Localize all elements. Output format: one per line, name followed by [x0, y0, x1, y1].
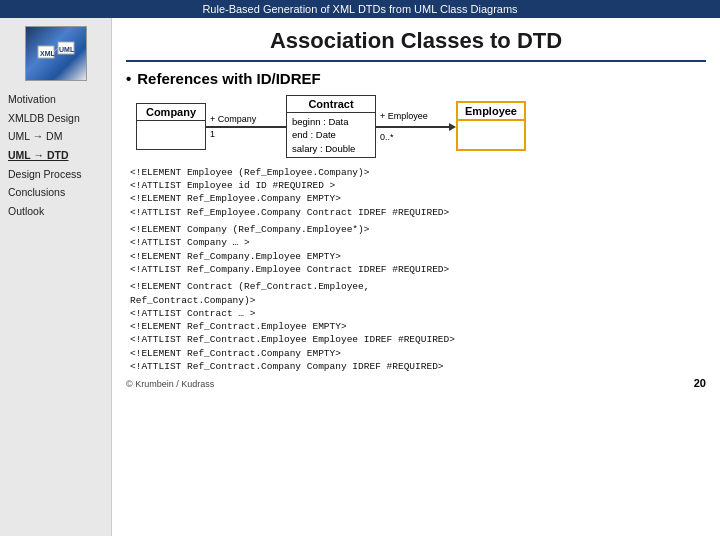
sidebar-item-xmldb[interactable]: XMLDB Design: [6, 110, 105, 127]
svg-text:XML: XML: [40, 50, 56, 57]
code-section-3: <!ELEMENT Contract (Ref_Contract.Employe…: [130, 280, 706, 373]
contract-field-3: salary : Double: [292, 142, 370, 155]
contract-field-1: beginn : Data: [292, 115, 370, 128]
conn2-line: [376, 123, 456, 131]
code-line-2-4: <!ATTLIST Ref_Company.Employee Contract …: [130, 263, 706, 276]
employee-box-body: [458, 121, 524, 149]
contract-box-header: Contract: [287, 96, 375, 113]
svg-text:UML: UML: [59, 46, 75, 53]
code-block: <!ELEMENT Employee (Ref_Employee.Company…: [130, 166, 706, 373]
code-line-2-2: <!ATTLIST Company … >: [130, 236, 706, 249]
code-line-1-3: <!ELEMENT Ref_Employee.Company EMPTY>: [130, 192, 706, 205]
sidebar-item-uml-dtd[interactable]: UML → DTD: [6, 147, 105, 164]
main-layout: XML UML Motivation XMLDB Design UML → DM…: [0, 18, 720, 536]
employee-box-header: Employee: [458, 103, 524, 121]
conn1-top-label: + Company: [210, 114, 256, 124]
section-heading: •References with ID/IDREF: [126, 70, 706, 87]
sidebar: XML UML Motivation XMLDB Design UML → DM…: [0, 18, 112, 536]
conn2-mult-label: 0..*: [380, 132, 394, 142]
code-line-3-1: <!ELEMENT Contract (Ref_Contract.Employe…: [130, 280, 706, 293]
top-bar-label: Rule-Based Generation of XML DTDs from U…: [202, 3, 517, 15]
conn2-arrow: [449, 123, 456, 131]
footer-credit: © Krumbein / Kudrass: [126, 379, 214, 389]
sidebar-item-motivation[interactable]: Motivation: [6, 91, 105, 108]
bullet-icon: •: [126, 70, 131, 87]
company-box-body: [137, 121, 205, 149]
code-line-3-2: Ref_Contract.Company)>: [130, 294, 706, 307]
code-line-3-4: <!ELEMENT Ref_Contract.Employee EMPTY>: [130, 320, 706, 333]
contract-box-body: beginn : Data end : Date salary : Double: [287, 113, 375, 157]
company-box: Company: [136, 103, 206, 150]
code-line-1-2: <!ATTLIST Employee id ID #REQUIRED >: [130, 179, 706, 192]
content-area: Association Classes to DTD •References w…: [112, 18, 720, 536]
conn1-bottom-label: 1: [210, 129, 215, 139]
footer-page-number: 20: [694, 377, 706, 389]
sidebar-item-uml-dm[interactable]: UML → DM: [6, 128, 105, 145]
contract-box: Contract beginn : Data end : Date salary…: [286, 95, 376, 158]
uml-diagram: Company + Company 1 Contract beginn : Da…: [136, 95, 706, 158]
page-title: Association Classes to DTD: [126, 28, 706, 62]
contract-wrap: Contract beginn : Data end : Date salary…: [286, 95, 376, 158]
code-line-1-1: <!ELEMENT Employee (Ref_Employee.Company…: [130, 166, 706, 179]
code-line-1-4: <!ATTLIST Ref_Employee.Company Contract …: [130, 206, 706, 219]
connector-company-contract: + Company 1: [206, 114, 286, 139]
sidebar-logo: XML UML: [25, 26, 87, 81]
top-bar: Rule-Based Generation of XML DTDs from U…: [0, 0, 720, 18]
conn1-line: [206, 126, 286, 128]
connector-contract-employee: + Employee 0..*: [376, 111, 456, 142]
employee-box: Employee: [456, 101, 526, 151]
logo-icon: XML UML: [36, 34, 76, 74]
contract-field-2: end : Date: [292, 128, 370, 141]
code-line-3-7: <!ATTLIST Ref_Contract.Company Company I…: [130, 360, 706, 373]
sidebar-item-outlook[interactable]: Outlook: [6, 203, 105, 220]
code-line-2-1: <!ELEMENT Company (Ref_Company.Employee*…: [130, 223, 706, 236]
code-line-3-3: <!ATTLIST Contract … >: [130, 307, 706, 320]
sidebar-item-conclusions[interactable]: Conclusions: [6, 184, 105, 201]
conn2-top-label: + Employee: [380, 111, 428, 121]
code-line-2-3: <!ELEMENT Ref_Company.Employee EMPTY>: [130, 250, 706, 263]
sidebar-item-design-process[interactable]: Design Process: [6, 166, 105, 183]
conn2-horiz-line: [376, 126, 449, 128]
code-section-1: <!ELEMENT Employee (Ref_Employee.Company…: [130, 166, 706, 219]
footer: © Krumbein / Kudrass 20: [126, 377, 706, 389]
conn1-horiz-line: [206, 126, 286, 128]
company-box-header: Company: [137, 104, 205, 121]
code-section-2: <!ELEMENT Company (Ref_Company.Employee*…: [130, 223, 706, 276]
code-line-3-5: <!ATTLIST Ref_Contract.Employee Employee…: [130, 333, 706, 346]
code-line-3-6: <!ELEMENT Ref_Contract.Company EMPTY>: [130, 347, 706, 360]
